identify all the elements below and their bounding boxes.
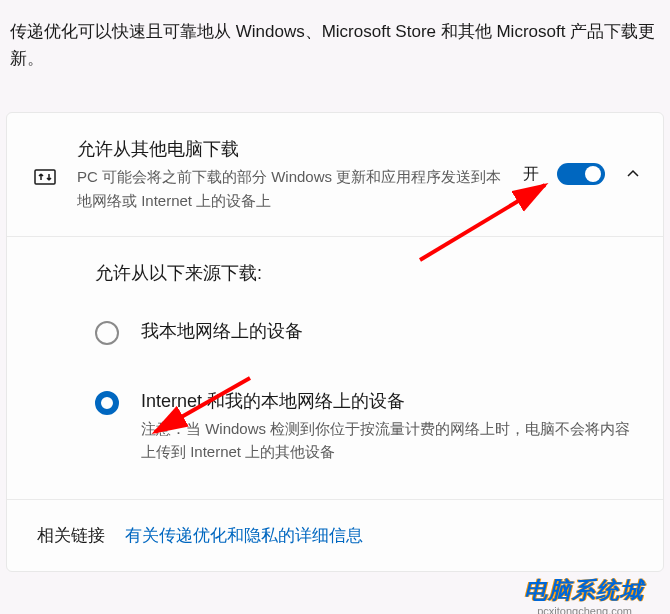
allow-subtitle: PC 可能会将之前下载的部分 Windows 更新和应用程序发送到本地网络或 I… [77, 165, 505, 212]
allow-title: 允许从其他电脑下载 [77, 137, 505, 161]
watermark-url: pcxitongcheng.com [537, 605, 632, 614]
toggle-state-label: 开 [523, 164, 539, 185]
privacy-link[interactable]: 有关传递优化和隐私的详细信息 [125, 524, 363, 547]
svg-rect-0 [35, 170, 55, 184]
watermark-brand: 电脑系统城 [524, 575, 644, 606]
radio-label-local: 我本地网络上的设备 [141, 319, 643, 343]
allow-from-other-pcs-section: 允许从其他电脑下载 PC 可能会将之前下载的部分 Windows 更新和应用程序… [7, 113, 663, 237]
radio-note-internet: 注意：当 Windows 检测到你位于按流量计费的网络上时，电脑不会将内容上传到… [141, 417, 643, 464]
radio-unchecked-icon [95, 321, 119, 345]
related-links-footer: 相关链接 有关传递优化和隐私的详细信息 [7, 499, 663, 571]
radio-label-internet: Internet 和我的本地网络上的设备 [141, 389, 643, 413]
allow-toggle[interactable] [557, 163, 605, 185]
radio-checked-icon [95, 391, 119, 415]
related-links-label: 相关链接 [37, 524, 105, 547]
settings-card: 允许从其他电脑下载 PC 可能会将之前下载的部分 Windows 更新和应用程序… [6, 112, 664, 572]
radio-local-network[interactable]: 我本地网络上的设备 [95, 319, 643, 347]
radio-internet-and-local[interactable]: Internet 和我的本地网络上的设备 注意：当 Windows 检测到你位于… [95, 389, 643, 464]
chevron-up-icon[interactable] [623, 164, 643, 184]
sources-section: 允许从以下来源下载: 我本地网络上的设备 Internet 和我的本地网络上的设… [7, 237, 663, 500]
upload-download-icon [31, 137, 59, 189]
page-description: 传递优化可以快速且可靠地从 Windows、Microsoft Store 和其… [0, 0, 670, 72]
sources-heading: 允许从以下来源下载: [95, 261, 643, 285]
